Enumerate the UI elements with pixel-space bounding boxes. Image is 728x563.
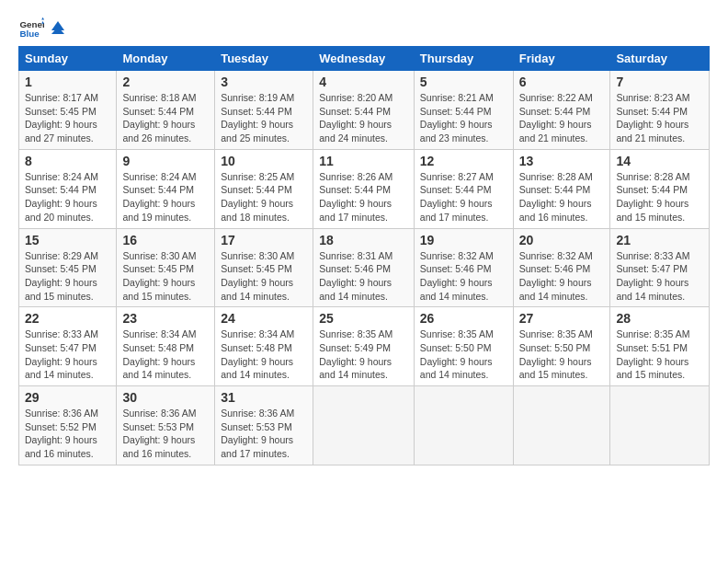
table-row: 22Sunrise: 8:33 AMSunset: 5:47 PMDayligh… [19,307,117,386]
day-info: Sunrise: 8:19 AMSunset: 5:44 PMDaylight:… [221,91,307,145]
day-info: Sunrise: 8:31 AMSunset: 5:46 PMDaylight:… [319,249,408,304]
calendar-week-row: 29Sunrise: 8:36 AMSunset: 5:52 PMDayligh… [19,386,710,465]
table-row: 20Sunrise: 8:32 AMSunset: 5:46 PMDayligh… [513,228,610,307]
col-monday: Monday [117,47,215,71]
table-row: 21Sunrise: 8:33 AMSunset: 5:47 PMDayligh… [610,228,710,307]
day-number: 13 [519,154,605,168]
day-number: 23 [122,311,209,326]
day-number: 27 [519,311,605,326]
day-info: Sunrise: 8:32 AMSunset: 5:46 PMDaylight:… [420,249,507,304]
table-row: 27Sunrise: 8:35 AMSunset: 5:50 PMDayligh… [513,307,610,386]
header: General Blue [18,15,710,40]
col-tuesday: Tuesday [215,47,313,71]
calendar-week-row: 1Sunrise: 8:17 AMSunset: 5:45 PMDaylight… [19,71,710,150]
day-info: Sunrise: 8:34 AMSunset: 5:48 PMDaylight:… [221,327,307,382]
day-number: 25 [319,311,408,326]
table-row: 3Sunrise: 8:19 AMSunset: 5:44 PMDaylight… [215,71,313,150]
table-row: 14Sunrise: 8:28 AMSunset: 5:44 PMDayligh… [610,149,710,228]
day-info: Sunrise: 8:26 AMSunset: 5:44 PMDaylight:… [319,170,408,224]
day-number: 30 [122,390,209,405]
day-info: Sunrise: 8:25 AMSunset: 5:44 PMDaylight:… [221,170,307,224]
table-row: 28Sunrise: 8:35 AMSunset: 5:51 PMDayligh… [610,307,710,386]
day-number: 29 [25,390,110,405]
day-number: 10 [221,154,307,168]
day-number: 24 [221,311,307,326]
col-friday: Friday [513,47,610,71]
day-info: Sunrise: 8:28 AMSunset: 5:44 PMDaylight:… [519,170,605,224]
table-row [313,386,415,465]
table-row: 19Sunrise: 8:32 AMSunset: 5:46 PMDayligh… [414,228,513,307]
day-info: Sunrise: 8:33 AMSunset: 5:47 PMDaylight:… [616,249,703,304]
table-row: 6Sunrise: 8:22 AMSunset: 5:44 PMDaylight… [513,71,610,150]
col-thursday: Thursday [414,47,513,71]
table-row: 17Sunrise: 8:30 AMSunset: 5:45 PMDayligh… [215,228,313,307]
day-info: Sunrise: 8:22 AMSunset: 5:44 PMDaylight:… [519,91,605,145]
table-row: 2Sunrise: 8:18 AMSunset: 5:44 PMDaylight… [117,71,215,150]
day-number: 19 [420,233,507,247]
table-row: 30Sunrise: 8:36 AMSunset: 5:53 PMDayligh… [117,386,215,465]
day-number: 18 [319,233,408,247]
col-saturday: Saturday [610,47,710,71]
day-info: Sunrise: 8:33 AMSunset: 5:47 PMDaylight:… [25,327,110,382]
table-row [414,386,513,465]
day-info: Sunrise: 8:20 AMSunset: 5:44 PMDaylight:… [319,91,408,145]
table-row: 13Sunrise: 8:28 AMSunset: 5:44 PMDayligh… [513,149,610,228]
day-info: Sunrise: 8:18 AMSunset: 5:44 PMDaylight:… [122,91,209,145]
day-number: 31 [221,390,307,405]
table-row: 15Sunrise: 8:29 AMSunset: 5:45 PMDayligh… [19,228,117,307]
day-info: Sunrise: 8:24 AMSunset: 5:44 PMDaylight:… [122,170,209,224]
day-info: Sunrise: 8:35 AMSunset: 5:51 PMDaylight:… [616,327,703,382]
day-info: Sunrise: 8:35 AMSunset: 5:50 PMDaylight:… [420,327,507,382]
general-blue-logo-icon: General Blue [18,15,44,40]
table-row: 16Sunrise: 8:30 AMSunset: 5:45 PMDayligh… [117,228,215,307]
day-number: 16 [122,233,209,247]
svg-text:Blue: Blue [19,29,40,39]
table-row: 18Sunrise: 8:31 AMSunset: 5:46 PMDayligh… [313,228,415,307]
day-number: 9 [122,154,209,168]
day-info: Sunrise: 8:29 AMSunset: 5:45 PMDaylight:… [25,249,110,304]
day-info: Sunrise: 8:35 AMSunset: 5:49 PMDaylight:… [319,327,408,382]
day-info: Sunrise: 8:34 AMSunset: 5:48 PMDaylight:… [122,327,209,382]
table-row: 25Sunrise: 8:35 AMSunset: 5:49 PMDayligh… [313,307,415,386]
day-info: Sunrise: 8:17 AMSunset: 5:45 PMDaylight:… [25,91,110,145]
day-number: 20 [519,233,605,247]
table-row: 11Sunrise: 8:26 AMSunset: 5:44 PMDayligh… [313,149,415,228]
table-row: 24Sunrise: 8:34 AMSunset: 5:48 PMDayligh… [215,307,313,386]
table-row: 8Sunrise: 8:24 AMSunset: 5:44 PMDaylight… [19,149,117,228]
day-number: 26 [420,311,507,326]
day-info: Sunrise: 8:23 AMSunset: 5:44 PMDaylight:… [616,91,703,145]
day-number: 14 [616,154,703,168]
day-number: 4 [319,75,408,89]
table-row: 26Sunrise: 8:35 AMSunset: 5:50 PMDayligh… [414,307,513,386]
col-sunday: Sunday [19,47,117,71]
day-info: Sunrise: 8:30 AMSunset: 5:45 PMDaylight:… [221,249,307,304]
calendar-week-row: 22Sunrise: 8:33 AMSunset: 5:47 PMDayligh… [19,307,710,386]
day-info: Sunrise: 8:32 AMSunset: 5:46 PMDaylight:… [519,249,605,304]
day-info: Sunrise: 8:35 AMSunset: 5:50 PMDaylight:… [519,327,605,382]
day-number: 1 [25,75,110,89]
table-row: 9Sunrise: 8:24 AMSunset: 5:44 PMDaylight… [117,149,215,228]
table-row: 29Sunrise: 8:36 AMSunset: 5:52 PMDayligh… [19,386,117,465]
day-number: 15 [25,233,110,247]
day-number: 5 [420,75,507,89]
col-wednesday: Wednesday [313,47,415,71]
calendar-header-row: Sunday Monday Tuesday Wednesday Thursday… [19,47,710,71]
table-row: 12Sunrise: 8:27 AMSunset: 5:44 PMDayligh… [414,149,513,228]
day-number: 7 [616,75,703,89]
calendar-week-row: 15Sunrise: 8:29 AMSunset: 5:45 PMDayligh… [19,228,710,307]
table-row [513,386,610,465]
day-number: 12 [420,154,507,168]
svg-marker-2 [41,17,44,20]
day-info: Sunrise: 8:36 AMSunset: 5:53 PMDaylight:… [221,407,307,461]
table-row: 1Sunrise: 8:17 AMSunset: 5:45 PMDaylight… [19,71,117,150]
day-number: 28 [616,311,703,326]
day-number: 21 [616,233,703,247]
day-number: 22 [25,311,110,326]
day-number: 3 [221,75,307,89]
day-info: Sunrise: 8:24 AMSunset: 5:44 PMDaylight:… [25,170,110,224]
day-number: 11 [319,154,408,168]
logo-triangle-icon [50,17,66,34]
table-row: 23Sunrise: 8:34 AMSunset: 5:48 PMDayligh… [117,307,215,386]
day-info: Sunrise: 8:30 AMSunset: 5:45 PMDaylight:… [122,249,209,304]
day-number: 6 [519,75,605,89]
